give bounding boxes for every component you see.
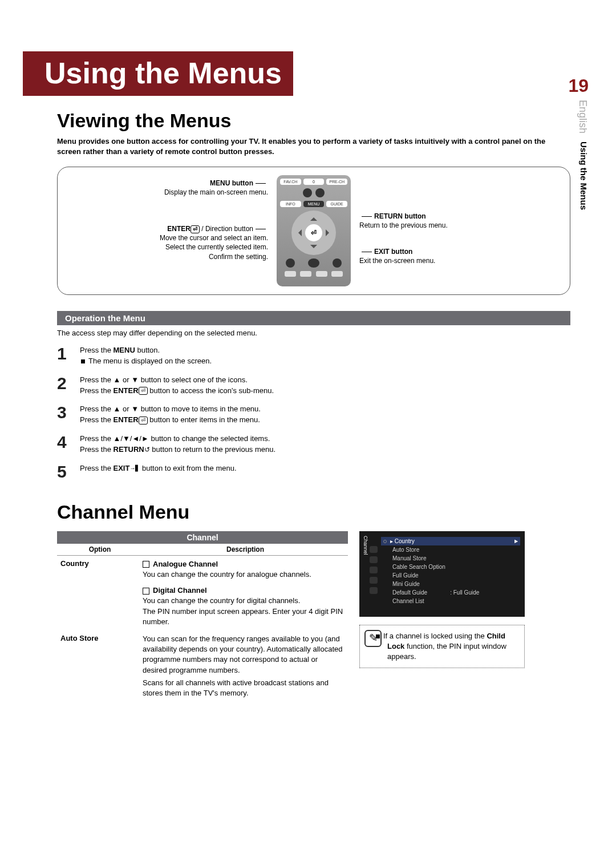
side-section-label: Using the Menus — [579, 142, 589, 210]
step-2: 2 Press the ▲ or ▼ button to select one … — [57, 375, 570, 397]
side-tab: 19 English Using the Menus — [568, 75, 589, 212]
enter-icon: ⏎ — [139, 417, 148, 424]
osd-screenshot: Channel ▸ Country Auto Store Manual Stor… — [359, 531, 525, 617]
page-number: 19 — [568, 75, 589, 96]
checkbox-icon — [143, 588, 149, 595]
note-icon: ✎ — [364, 630, 382, 647]
return-icon: ↺ — [144, 445, 150, 455]
enter-center-icon: ⏎ — [305, 224, 322, 241]
enter-icon: ⏎ — [139, 387, 148, 395]
col-option: Option — [57, 544, 143, 555]
intro-text: Menu provides one button access for cont… — [57, 136, 559, 156]
channel-table: Channel Option Description Country Analo… — [57, 531, 348, 702]
step-1: 1 Press the MENU button. The menu is dis… — [57, 345, 570, 367]
access-note: The access step may differ depending on … — [57, 329, 570, 337]
menu-button-label: MENU button Display the main on-screen m… — [164, 179, 268, 197]
osd-item: Mini Guide — [390, 580, 520, 588]
exit-button-label: EXIT button Exit the on-screen menu. — [359, 247, 435, 265]
remote-graphic: FAV.CH0PRE-CH INFOMENUGUIDE ⏎ — [277, 175, 351, 286]
table-row: Auto Store You can scan for the frequenc… — [57, 630, 348, 702]
language-label: English — [577, 100, 589, 134]
step-4: 4 Press the ▲/▼/◄/► button to change the… — [57, 434, 570, 455]
direction-pad: ⏎ — [291, 211, 336, 255]
osd-item: Auto Store — [390, 545, 520, 554]
step-3: 3 Press the ▲ or ▼ button to move to ite… — [57, 404, 570, 426]
table-title: Channel — [57, 531, 348, 544]
checkbox-icon — [143, 561, 149, 568]
osd-side-icons — [370, 546, 378, 594]
heading-viewing: Viewing the Menus — [57, 110, 570, 132]
table-row: Country Analogue Channel You can change … — [57, 556, 348, 630]
heading-channel: Channel Menu — [57, 501, 570, 523]
chapter-title: Using the Menus — [23, 51, 293, 96]
osd-item: Default Guide: Full Guide — [390, 588, 520, 597]
osd-item-selected: ▸ Country — [381, 537, 520, 545]
osd-item: Full Guide — [390, 571, 520, 580]
remote-diagram: MENU button Display the main on-screen m… — [57, 167, 570, 295]
osd-item: Channel List — [390, 597, 520, 605]
enter-button-label: ENTER⏎ / Direction button Move the curso… — [160, 224, 268, 261]
enter-icon: ⏎ — [191, 225, 200, 233]
osd-item: Cable Search Option — [390, 563, 520, 571]
return-button-label: RETURN button Return to the previous men… — [359, 212, 448, 230]
exit-icon: →▋ — [129, 464, 140, 473]
note-box: ✎ If a channel is locked using the Child… — [359, 625, 525, 669]
step-5: 5 Press the EXIT→▋ button to exit from t… — [57, 463, 570, 480]
osd-item: Manual Store — [390, 554, 520, 563]
section-bar-operation: Operation the Menu — [57, 311, 570, 325]
col-description: Description — [143, 544, 348, 555]
